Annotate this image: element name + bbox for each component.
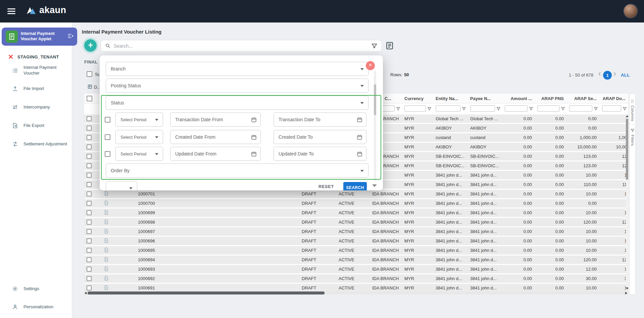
row-checkbox[interactable] [87,257,92,262]
filters-panel-tab[interactable]: Filters [631,135,635,146]
column-header-entity[interactable]: Entity Na... [433,96,467,101]
table-row[interactable]: 1000696DRAFTACTIVEIDA BRANCHMYR3841 john… [84,237,628,245]
column-header-arap_se[interactable]: ARAP Se... [566,96,599,101]
select-all-checkbox[interactable] [87,96,92,101]
created-period-checkbox[interactable] [105,134,110,140]
table-row[interactable]: 1000700DRAFTACTIVEIDA BRANCHMYR3841 john… [84,199,628,208]
table-row[interactable]: 1000692DRAFTACTIVEIDA BRANCHMYR3841 john… [84,274,628,283]
previous-page-chevron[interactable] [598,69,601,78]
row-checkbox[interactable] [87,248,92,253]
table-row[interactable]: 1000701DRAFTACTIVEIDA BRANCHMYR3841 john… [84,190,628,198]
transaction-date-to-field[interactable]: Transaction Date To [274,112,366,127]
column-header-arap_do[interactable]: ARAP Do... [599,96,628,101]
reset-button[interactable]: RESET [318,184,334,189]
row-checkbox[interactable] [87,154,92,159]
scroll-down-arrow[interactable] [626,287,628,289]
column-filter-input[interactable] [404,105,426,111]
column-filter-input[interactable] [537,105,559,111]
current-page-button[interactable]: 1 [603,71,612,80]
column-funnel-icon[interactable] [427,106,432,111]
sidebar-item-settlement-adjustment[interactable]: Settlement Adjustment [0,136,72,152]
sidebar-item-settings[interactable]: Settings [0,283,72,294]
dialog-scroll-down-icon[interactable] [372,184,377,187]
column-funnel-icon[interactable] [496,106,501,111]
created-date-from-field[interactable]: Created Date From [170,130,261,144]
row-checkbox[interactable] [87,135,92,140]
transaction-period-select[interactable]: Select Period [115,112,163,127]
show-all-button[interactable]: ALL [621,73,630,78]
download-grid-icon[interactable] [88,84,92,90]
applet-header[interactable]: Internal Payment Voucher Applet [2,28,77,46]
table-row[interactable]: 1000693DRAFTACTIVEIDA BRANCHMYR3841 john… [84,265,628,273]
row-checkbox[interactable] [87,267,92,272]
column-filter-input[interactable] [569,105,592,111]
row-checkbox[interactable] [87,276,92,281]
columns-panel-tab[interactable]: Columns [631,105,635,121]
row-checkbox[interactable] [87,182,92,187]
table-row[interactable]: 1000691DRAFTACTIVEIDA BRANCHMYR3841 john… [84,284,628,292]
dialog-scroll-thumb[interactable] [374,84,376,115]
row-checkbox[interactable] [87,191,92,196]
calendar-icon[interactable] [356,117,363,123]
row-checkbox[interactable] [87,126,92,131]
collapse-menu-icon[interactable] [67,33,74,41]
row-checkbox[interactable] [87,144,92,149]
column-header-payee[interactable]: Payee N... [467,96,502,101]
branch-select[interactable]: Branch [106,62,368,76]
vertical-scroll-thumb[interactable] [626,119,628,180]
calendar-icon[interactable] [356,151,363,157]
sidebar-item-intercompany[interactable]: Intercompany [0,101,72,113]
row-checkbox[interactable] [87,173,92,178]
scroll-right-arrow[interactable] [625,292,627,294]
updated-period-checkbox[interactable] [105,151,110,157]
column-filter-input[interactable] [470,105,495,111]
column-funnel-icon[interactable] [529,106,533,111]
add-voucher-button[interactable] [84,39,97,52]
row-checkbox[interactable] [87,285,92,290]
horizontal-scroll-thumb[interactable] [88,291,325,294]
table-row[interactable]: 1000698DRAFTACTIVEIDA BRANCHMYR3841 john… [84,218,628,226]
column-header-amount[interactable]: Amount ... [502,96,535,101]
updated-date-from-field[interactable]: Updated Date From [170,147,261,161]
table-row[interactable]: 1000699DRAFTACTIVEIDA BRANCHMYR3841 john… [84,209,628,217]
created-period-select[interactable]: Select Period [115,130,163,144]
column-funnel-icon[interactable] [594,106,598,111]
transaction-date-from-field[interactable]: Transaction Date From [170,112,261,127]
column-filter-input[interactable] [602,105,621,111]
report-template-icon[interactable] [385,41,394,52]
calendar-icon[interactable] [251,117,257,123]
row-checkbox[interactable] [87,116,92,121]
column-funnel-icon[interactable] [462,106,466,111]
hamburger-menu-icon[interactable] [7,8,15,14]
order-direction-select[interactable] [106,181,137,190]
app-logo[interactable]: akaun [26,5,66,15]
sidebar-item-file-import[interactable]: File Import [0,83,72,95]
column-funnel-icon[interactable] [396,106,400,111]
row-checkbox[interactable] [87,201,92,206]
status-select[interactable]: Status [106,96,368,110]
summary-checkbox[interactable] [87,71,92,77]
updated-period-select[interactable]: Select Period [115,147,163,161]
table-row[interactable]: 1000695DRAFTACTIVEIDA BRANCHMYR3841 john… [84,246,628,255]
scroll-up-arrow[interactable] [626,115,628,117]
calendar-icon[interactable] [251,134,257,140]
row-checkbox[interactable] [87,229,92,234]
filter-funnel-icon[interactable] [371,43,378,49]
sidebar-item-personalization[interactable]: Personalization [0,302,72,312]
row-checkbox[interactable] [87,220,92,225]
column-filter-input[interactable] [436,105,460,111]
row-checkbox[interactable] [87,163,92,168]
order-by-select[interactable]: Order By [106,164,368,178]
sidebar-item-internal-payment-voucher[interactable]: Internal Payment Voucher [0,62,72,79]
calendar-icon[interactable] [251,151,257,157]
calendar-icon[interactable] [356,134,363,140]
column-funnel-icon[interactable] [561,106,565,111]
column-header-currency[interactable]: Currency [402,96,433,101]
search-button[interactable]: SEARCH [343,182,367,190]
tab-final[interactable]: FINAL [84,59,98,64]
created-date-to-field[interactable]: Created Date To [274,130,366,144]
column-header-arap_pns[interactable]: ARAP PNS [535,96,566,101]
scroll-left-arrow[interactable] [85,292,87,294]
row-checkbox[interactable] [87,238,92,243]
table-row[interactable]: 1000697DRAFTACTIVEIDA BRANCHMYR3841 john… [84,227,628,236]
